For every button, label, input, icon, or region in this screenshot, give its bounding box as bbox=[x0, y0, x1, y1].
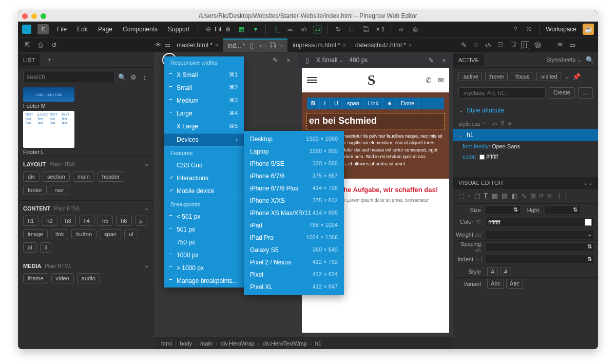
dd-feature[interactable]: Interactions bbox=[164, 172, 244, 185]
e-mode-button[interactable]: E bbox=[37, 24, 49, 34]
pill-h3[interactable]: h3 bbox=[61, 216, 76, 226]
js-badge-icon[interactable]: JS bbox=[314, 26, 321, 33]
crumb[interactable]: html bbox=[161, 340, 177, 347]
code2-icon[interactable]: ‹/› bbox=[484, 41, 492, 49]
ve-box-icon[interactable]: ⬚ bbox=[458, 192, 465, 200]
pill-h4[interactable]: h4 bbox=[79, 216, 94, 226]
settings-icon[interactable]: ⚙ bbox=[129, 73, 138, 81]
hamburger-icon[interactable] bbox=[307, 77, 317, 83]
ve-weight[interactable]: ⌄ bbox=[485, 230, 595, 239]
ve-shadow-icon[interactable]: ◧ bbox=[511, 192, 517, 200]
menu-support[interactable]: Support bbox=[166, 24, 191, 34]
coffee-icon[interactable]: ☕ bbox=[583, 24, 594, 35]
ve-style-italic[interactable]: A bbox=[500, 267, 511, 276]
export-icon[interactable]: ⇱ bbox=[23, 41, 31, 49]
mail-icon[interactable]: ✉ bbox=[438, 76, 444, 84]
pseudo-visited[interactable]: :visited bbox=[536, 72, 561, 81]
ve-margin-icon[interactable]: ▫ bbox=[468, 192, 471, 200]
crumb[interactable]: main bbox=[200, 340, 218, 347]
device-option[interactable]: Desktop1920 × 1080 bbox=[244, 133, 344, 145]
ve-variant-normal[interactable]: Abc bbox=[487, 279, 504, 289]
menu-file[interactable]: File bbox=[55, 24, 69, 34]
dd-width[interactable]: X Large⌘5 bbox=[164, 120, 244, 133]
close-icon[interactable]: × bbox=[280, 43, 283, 49]
dd-breakpoint[interactable]: 1000 px bbox=[164, 249, 244, 262]
ve-border-icon[interactable]: ▢ bbox=[474, 192, 480, 200]
selector-input[interactable] bbox=[458, 87, 546, 99]
lightbulb-icon[interactable]: ⛭ bbox=[525, 26, 533, 33]
brush-icon[interactable]: ✎ bbox=[459, 41, 468, 49]
pill-li[interactable]: li bbox=[40, 242, 52, 253]
print-icon[interactable]: ⎙ bbox=[36, 41, 45, 49]
span-button[interactable]: span bbox=[343, 98, 364, 109]
pill-audio[interactable]: audio bbox=[77, 273, 100, 283]
device-option[interactable]: Pixel412 × 824 bbox=[244, 269, 344, 281]
tab-index[interactable]: ind... * ▯ ▭ ⿻ × bbox=[223, 39, 287, 52]
dd-devices[interactable]: Devices› bbox=[164, 133, 244, 146]
pill-iframe[interactable]: iframe bbox=[23, 273, 48, 283]
eye-icon[interactable]: 👁 bbox=[154, 41, 162, 49]
phone-icon[interactable]: ▯ bbox=[303, 56, 311, 64]
italic-button[interactable]: I bbox=[320, 98, 330, 109]
chevron-down-icon[interactable]: ⌄ bbox=[144, 161, 149, 167]
pinegrow-logo-icon[interactable] bbox=[22, 25, 31, 34]
rule-h1[interactable]: ⌄h1 bbox=[453, 129, 598, 141]
pill-p[interactable]: p bbox=[135, 216, 147, 226]
devices-icon[interactable]: ⿻ bbox=[362, 26, 370, 33]
ve-grid-icon[interactable]: ▦ bbox=[492, 192, 498, 200]
menu-components[interactable]: Components bbox=[121, 24, 160, 34]
pill-section[interactable]: section bbox=[43, 171, 70, 182]
tab-datenschutz[interactable]: datenschutz.html *× bbox=[351, 40, 416, 51]
device-option[interactable]: iPhone 6/7/8375 × 667 bbox=[244, 170, 344, 182]
pill-image[interactable]: image bbox=[23, 229, 48, 239]
tab-impressum[interactable]: impressum.html *× bbox=[288, 40, 350, 51]
pill-h1[interactable]: h1 bbox=[23, 216, 38, 226]
visibility-off-icon[interactable]: ⦻ bbox=[397, 26, 405, 33]
device-option[interactable]: Laptop1280 × 800 bbox=[244, 145, 344, 158]
pill-ul[interactable]: ul bbox=[124, 229, 138, 239]
ve-indent[interactable]: ⇅ bbox=[485, 255, 595, 264]
multiplier[interactable]: × 1 bbox=[376, 26, 384, 33]
hero-h1[interactable]: en bei Schmied bbox=[307, 113, 444, 129]
search2-icon[interactable]: 🔍 bbox=[586, 56, 594, 64]
code-tool-icon[interactable]: ‹/› bbox=[300, 26, 307, 33]
stylesheets-menu[interactable]: Stylesheets ⌄ bbox=[546, 56, 582, 63]
menu-edit[interactable]: Edit bbox=[75, 24, 90, 34]
brush3-icon[interactable]: ✎ bbox=[427, 56, 435, 64]
create-button[interactable]: Create bbox=[549, 87, 575, 99]
device-option[interactable]: Pixel XL412 × 847 bbox=[244, 281, 344, 293]
dd-width[interactable]: Medium⌘3 bbox=[164, 94, 244, 107]
crumb[interactable]: h1 bbox=[315, 340, 321, 347]
ve-flex-icon[interactable]: ⊞ bbox=[530, 192, 536, 200]
dd-breakpoint[interactable]: > 1000 px bbox=[164, 262, 244, 275]
ve-color[interactable]: #ffffff bbox=[485, 218, 595, 227]
crumb[interactable]: body bbox=[180, 340, 198, 347]
chevron-down-icon[interactable]: ⌄ bbox=[144, 262, 149, 269]
pill-footer[interactable]: footer bbox=[23, 185, 47, 195]
dd-width[interactable]: X Small⌘1 bbox=[164, 69, 244, 82]
pill-h2[interactable]: h2 bbox=[42, 216, 57, 226]
pseudo-active[interactable]: :active bbox=[458, 72, 482, 81]
brush2-icon[interactable]: ✎ bbox=[271, 56, 279, 64]
thumb-footer-m[interactable]: Link | Link | Link Footer M bbox=[23, 87, 149, 109]
more-button[interactable]: … bbox=[578, 87, 593, 99]
device-option[interactable]: Galaxy S5360 × 640 bbox=[244, 244, 344, 256]
ve-text-icon[interactable]: T bbox=[484, 192, 488, 200]
device-option[interactable]: Pixel 2 / Nexus412 × 732 bbox=[244, 256, 344, 269]
close-icon[interactable]: × bbox=[343, 42, 346, 48]
undo-icon[interactable]: ↺ bbox=[50, 41, 58, 49]
help-icon[interactable]: ? bbox=[511, 26, 519, 33]
crumb[interactable]: div.HeroTextWrap bbox=[263, 340, 312, 347]
link-button[interactable]: Link bbox=[364, 98, 383, 109]
close-preview-icon[interactable]: × bbox=[284, 56, 293, 64]
pseudo-hover[interactable]: :hover bbox=[485, 72, 508, 81]
target-icon[interactable]: ◎ bbox=[411, 26, 419, 33]
layout-grid-icon[interactable]: ▦ bbox=[238, 26, 245, 33]
dd-breakpoint[interactable]: < 501 px bbox=[164, 210, 244, 223]
text-tool-icon[interactable]: T͟ bbox=[272, 26, 280, 33]
ve-variant-smallcaps[interactable]: Aʙᴄ bbox=[506, 279, 523, 289]
pill-video[interactable]: video bbox=[51, 273, 74, 283]
refresh-icon[interactable]: ↻ bbox=[334, 26, 342, 33]
ve-list-icon[interactable]: ≣ bbox=[547, 192, 552, 200]
pin-icon[interactable]: 📌 bbox=[572, 72, 581, 81]
